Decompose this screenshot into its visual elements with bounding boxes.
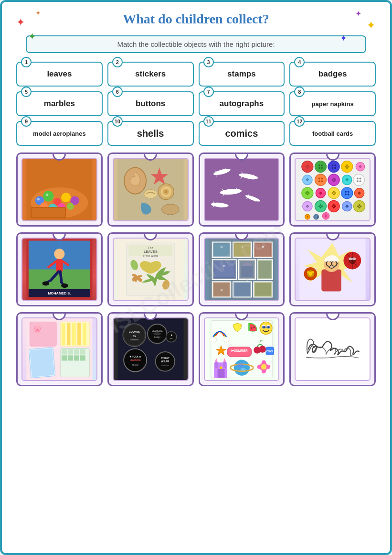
label-word-11: comics bbox=[225, 128, 258, 139]
svg-point-113 bbox=[345, 194, 347, 196]
svg-text:COUNTS: COUNTS bbox=[128, 330, 140, 333]
image-card-napkins bbox=[16, 312, 103, 386]
svg-rect-257 bbox=[74, 355, 79, 360]
svg-point-92 bbox=[360, 178, 361, 180]
svg-point-22 bbox=[165, 190, 168, 193]
autograph-image bbox=[296, 318, 370, 380]
label-item-1: 1 leaves bbox=[16, 62, 103, 87]
svg-point-23 bbox=[161, 204, 179, 215]
svg-line-221 bbox=[337, 264, 339, 264]
label-item-8: 8 paper napkins bbox=[289, 91, 376, 116]
main-page: iSLCollective.com ✦ ✦ ✦ ✦ ✦ ✦ What do ch… bbox=[0, 0, 392, 555]
svg-text:★ ROCK ★: ★ ROCK ★ bbox=[129, 356, 141, 358]
svg-text:The: The bbox=[148, 246, 153, 250]
label-num-1: 1 bbox=[21, 57, 32, 67]
label-item-7: 7 autographs bbox=[199, 91, 285, 116]
label-num-3: 3 bbox=[203, 57, 214, 67]
svg-point-232 bbox=[311, 271, 314, 273]
svg-point-142 bbox=[359, 207, 360, 208]
svg-rect-184 bbox=[214, 244, 229, 256]
images-section: MOHAMED S. bbox=[11, 152, 381, 386]
svg-rect-252 bbox=[68, 349, 73, 355]
inner-border-6: The LEAVES of the World bbox=[113, 238, 189, 301]
svg-point-131 bbox=[333, 204, 335, 206]
svg-point-52 bbox=[321, 164, 323, 166]
svg-point-128 bbox=[318, 206, 320, 207]
svg-rect-249 bbox=[83, 323, 86, 345]
svg-point-140 bbox=[354, 201, 365, 212]
svg-point-110 bbox=[341, 187, 353, 199]
svg-point-112 bbox=[348, 191, 350, 193]
svg-point-10 bbox=[67, 203, 74, 210]
svg-rect-247 bbox=[72, 323, 75, 345]
label-item-4: 4 badges bbox=[289, 62, 376, 87]
football-image: MOHAMED S. bbox=[22, 239, 96, 300]
images-row-2: MOHAMED S. bbox=[16, 232, 376, 306]
inner-border-7: 10 5 15 bbox=[204, 238, 280, 301]
svg-point-82 bbox=[333, 180, 335, 182]
svg-text:STREET: STREET bbox=[160, 357, 169, 359]
label-word-4: badges bbox=[318, 69, 347, 79]
svg-point-151 bbox=[315, 218, 316, 218]
label-item-12: 12 football cards bbox=[289, 121, 376, 146]
svg-point-12 bbox=[46, 194, 49, 196]
svg-rect-245 bbox=[62, 323, 65, 345]
svg-point-48 bbox=[305, 166, 307, 168]
svg-text:collection: collection bbox=[161, 365, 170, 367]
svg-point-125 bbox=[315, 201, 327, 212]
svg-rect-234 bbox=[30, 322, 56, 346]
images-row-1 bbox=[16, 152, 376, 227]
svg-rect-14 bbox=[32, 208, 65, 217]
label-num-5: 5 bbox=[21, 87, 32, 97]
svg-point-85 bbox=[342, 175, 352, 185]
svg-point-84 bbox=[334, 179, 336, 181]
svg-rect-188 bbox=[234, 244, 249, 256]
svg-point-58 bbox=[332, 167, 334, 169]
label-num-9: 9 bbox=[21, 116, 32, 127]
svg-text:10: 10 bbox=[220, 246, 223, 249]
instruction-box: Match the collectible objects with the r… bbox=[26, 35, 366, 53]
label-num-7: 7 bbox=[203, 87, 214, 97]
svg-point-314 bbox=[240, 368, 245, 371]
svg-text:ON: ON bbox=[133, 335, 137, 337]
svg-rect-209 bbox=[234, 283, 250, 296]
svg-point-95 bbox=[302, 187, 313, 199]
svg-point-47 bbox=[307, 167, 308, 169]
image-card-stickers: I❤SUMMER COOL bbox=[199, 312, 285, 386]
svg-point-148 bbox=[314, 214, 319, 219]
instruction-text: Match the collectible objects with the r… bbox=[117, 40, 275, 48]
inner-border-4 bbox=[295, 158, 371, 221]
svg-rect-243 bbox=[30, 348, 54, 377]
svg-text:5: 5 bbox=[242, 246, 243, 249]
label-num-4: 4 bbox=[294, 57, 305, 67]
label-word-6: buttons bbox=[136, 99, 165, 109]
title-area: What do children collect? bbox=[11, 11, 381, 27]
label-item-2: 2 stickers bbox=[107, 62, 194, 87]
svg-point-74 bbox=[308, 179, 309, 181]
svg-point-18 bbox=[144, 190, 157, 198]
buttons-image bbox=[296, 159, 370, 220]
svg-point-167 bbox=[61, 283, 68, 288]
svg-point-89 bbox=[347, 179, 349, 181]
svg-point-135 bbox=[342, 201, 352, 211]
svg-point-238 bbox=[36, 325, 39, 328]
svg-point-132 bbox=[333, 207, 335, 208]
svg-rect-294 bbox=[262, 326, 265, 329]
svg-point-73 bbox=[306, 179, 307, 181]
image-card-leaves: The LEAVES of the World bbox=[107, 232, 194, 306]
aeroplanes-image bbox=[205, 159, 279, 220]
svg-point-118 bbox=[358, 192, 360, 194]
svg-text:15: 15 bbox=[262, 246, 265, 249]
inner-border-9 bbox=[21, 317, 97, 381]
svg-point-144 bbox=[360, 206, 362, 207]
label-word-5: marbles bbox=[44, 99, 75, 109]
svg-rect-200 bbox=[241, 266, 253, 277]
svg-point-45 bbox=[302, 161, 313, 173]
svg-point-3 bbox=[43, 191, 53, 201]
image-card-stamps: 10 5 15 bbox=[199, 232, 285, 306]
svg-point-93 bbox=[357, 180, 359, 182]
svg-rect-306 bbox=[223, 361, 226, 368]
svg-point-64 bbox=[348, 166, 350, 168]
label-item-3: 3 stamps bbox=[199, 62, 285, 87]
inner-border-12 bbox=[295, 317, 371, 381]
